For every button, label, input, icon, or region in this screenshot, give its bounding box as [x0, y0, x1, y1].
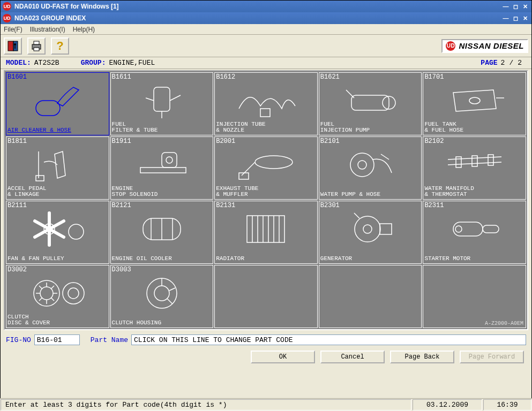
grid-cell[interactable]: D3003CLUTCH HOUSING — [110, 265, 214, 328]
grid-cell[interactable]: B2301GENERATOR — [319, 201, 422, 264]
cell-code: B2101 — [320, 138, 340, 145]
model-value: AT2S2B — [34, 59, 59, 67]
partname-label: Part Name — [91, 336, 128, 344]
svg-rect-19 — [36, 176, 44, 181]
menu-illustration[interactable]: Illustration(I) — [30, 26, 65, 33]
statusbar: Enter at least 3 digits for Part code(4t… — [0, 398, 532, 411]
cell-code: B2131 — [216, 202, 235, 209]
svg-rect-7 — [36, 101, 60, 116]
cell-code: B2102 — [424, 138, 444, 145]
svg-rect-32 — [488, 155, 493, 165]
grid-cell[interactable]: B2101WATER PUMP & HOSE — [319, 136, 422, 200]
page-back-button[interactable]: Page Back — [390, 351, 454, 363]
part-illustration — [10, 80, 106, 121]
partname-input[interactable] — [131, 334, 526, 345]
part-illustration — [114, 273, 210, 314]
svg-line-27 — [381, 154, 389, 159]
menu-help[interactable]: Help(H) — [73, 26, 95, 33]
ud-logo-icon: UD — [3, 2, 11, 11]
svg-rect-0 — [8, 41, 13, 51]
menu-file[interactable]: File(F) — [4, 26, 23, 33]
cell-label: ACCEL PEDAL & LINKAGE — [8, 186, 108, 198]
minimize-icon[interactable]: ― — [501, 3, 510, 10]
ok-button[interactable]: OK — [251, 351, 315, 363]
cell-label: FUEL TANK & FUEL HOSE — [424, 121, 524, 134]
page-forward-button[interactable]: Page Forward — [460, 351, 524, 363]
cell-code: B2301 — [320, 202, 340, 209]
page-sep: / — [509, 59, 513, 67]
part-illustration — [323, 80, 418, 121]
grid-cell[interactable]: B1611FUEL FILTER & TUBE — [110, 72, 214, 135]
cell-code: B1911 — [112, 138, 131, 145]
fig-input[interactable] — [34, 334, 80, 345]
maximize-icon[interactable]: ◻ — [511, 14, 520, 22]
svg-point-46 — [355, 216, 380, 242]
grid-cell[interactable]: B1811ACCEL PEDAL & LINKAGE — [6, 136, 109, 200]
grid-cell[interactable]: B1601AIR CLEANER & HOSE — [6, 72, 109, 135]
svg-point-34 — [69, 224, 84, 239]
close-icon[interactable]: ✕ — [521, 3, 529, 10]
svg-point-23 — [255, 156, 293, 169]
svg-rect-51 — [483, 225, 499, 233]
part-illustration — [10, 144, 106, 185]
grid-cell[interactable]: B1612INJECTION TUBE & NOZZLE — [214, 72, 318, 135]
close-icon[interactable]: ✕ — [521, 14, 529, 22]
part-illustration — [114, 144, 210, 185]
grid-cell[interactable]: B2111FAN & FAN PULLEY — [6, 201, 109, 264]
cancel-button[interactable]: Cancel — [320, 351, 385, 363]
part-illustration — [323, 144, 418, 185]
grid-cell[interactable]: B1621FUEL INJECTION PUMP — [319, 72, 422, 135]
svg-point-66 — [154, 286, 169, 301]
svg-point-22 — [166, 157, 173, 163]
watermark: A-Z2000-A0EM — [485, 321, 523, 326]
cell-label: INJECTION TUBE & NOZZLE — [216, 121, 316, 134]
parts-grid: B1601AIR CLEANER & HOSEB1611FUEL FILTER … — [6, 72, 526, 328]
part-illustration — [218, 209, 314, 249]
svg-line-49 — [354, 213, 359, 218]
svg-line-60 — [39, 298, 42, 301]
minimize-icon[interactable]: ― — [501, 14, 510, 22]
part-illustration — [426, 80, 522, 121]
page-label: PAGE — [481, 59, 497, 67]
print-button[interactable] — [27, 37, 46, 55]
svg-line-15 — [346, 90, 354, 98]
svg-rect-1 — [13, 41, 18, 51]
cell-code: B1701 — [424, 73, 444, 81]
svg-point-16 — [469, 97, 480, 104]
grid-cell[interactable]: B2121ENGINE OIL COOLER — [110, 201, 214, 264]
ud-brand-icon: UD — [446, 41, 455, 51]
grid-cell[interactable]: D3002CLUTCH DISC & COVER — [6, 265, 109, 328]
grid-cell[interactable]: B2311STARTER MOTOR — [423, 201, 526, 264]
group-label: GROUP: — [81, 59, 106, 67]
cell-label: ENGINE OIL COOLER — [112, 256, 212, 262]
cell-code: D3003 — [112, 266, 131, 273]
grid-cell[interactable]: B2131RADIATOR — [214, 201, 318, 264]
svg-point-63 — [63, 283, 84, 304]
part-illustration — [10, 209, 106, 249]
exit-button[interactable] — [4, 37, 22, 55]
help-button[interactable]: ? — [51, 37, 69, 55]
cell-code: B1601 — [8, 73, 27, 81]
cell-label: CLUTCH DISC & COVER — [8, 314, 108, 326]
cell-code: D3002 — [8, 266, 27, 273]
form-row: FIG-NO Part Name — [1, 331, 531, 348]
maximize-icon[interactable]: ◻ — [511, 3, 520, 10]
part-illustration — [10, 273, 106, 314]
cell-code: B2111 — [8, 202, 27, 209]
svg-line-56 — [51, 286, 54, 289]
grid-cell[interactable]: B1701FUEL TANK & FUEL HOSE — [423, 72, 526, 135]
svg-rect-5 — [34, 41, 39, 44]
inner-title: NDA023 GROUP INDEX — [14, 14, 501, 22]
grid-cell[interactable]: B2102WATER MANIFOLD & THERMOSTAT — [423, 136, 526, 200]
cell-code: B2121 — [112, 202, 131, 209]
svg-rect-48 — [380, 224, 392, 234]
cell-label: STARTER MOTOR — [424, 256, 524, 262]
question-icon: ? — [56, 39, 63, 53]
cell-label: FAN & FAN PULLEY — [8, 256, 108, 262]
grid-cell[interactable]: B1911ENGINE STOP SOLENOID — [110, 136, 214, 200]
svg-rect-12 — [260, 109, 270, 117]
grid-cell[interactable]: B2001EXHAUST TUBE & MUFFLER — [214, 136, 318, 200]
cell-label: RADIATOR — [216, 256, 316, 262]
svg-line-11 — [170, 95, 181, 101]
svg-line-62 — [39, 286, 42, 289]
